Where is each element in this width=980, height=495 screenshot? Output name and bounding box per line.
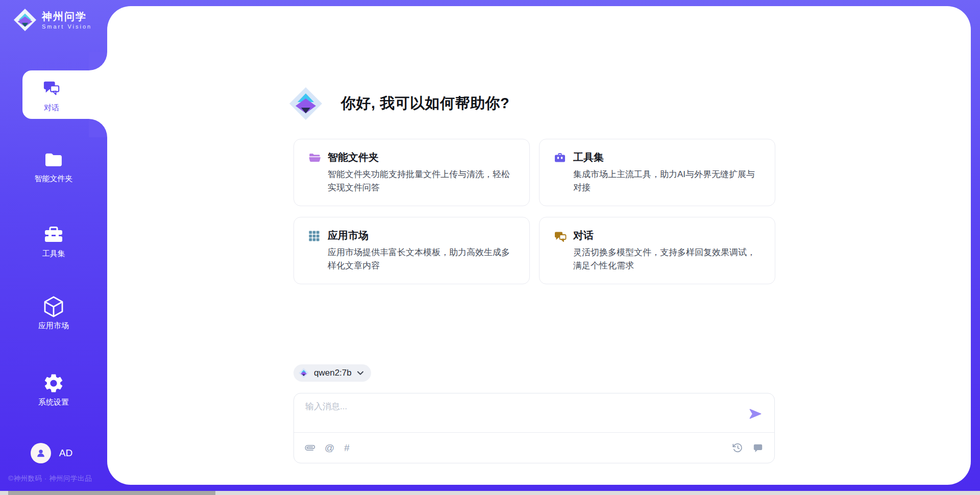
card-description: 集成市场上主流工具，助力AI与外界无缝扩展与对接 <box>573 168 763 195</box>
chat-bubble-icon[interactable] <box>753 443 763 453</box>
brand-diamond-icon <box>13 8 37 32</box>
at-icon[interactable]: @ <box>325 443 334 453</box>
folder-icon <box>43 148 64 171</box>
sidebar-item-chat[interactable]: 对话 <box>22 70 107 119</box>
tab-inverted-corner-bottom <box>89 119 107 137</box>
card-smart-folders[interactable]: 智能文件夹 智能文件夹功能支持批量文件上传与清洗，轻松实现文件问答 <box>293 139 530 206</box>
sidebar-item-label: 应用市场 <box>38 321 69 331</box>
composer-toolbar: @ # <box>294 432 774 463</box>
logo-diamond-icon <box>299 368 309 378</box>
toolbox-icon <box>43 223 64 246</box>
model-name: qwen2:7b <box>314 368 352 378</box>
card-app-market[interactable]: 应用市场 应用市场提供丰富长文本模板，助力高效生成多样化文章内容 <box>293 217 530 284</box>
history-icon[interactable] <box>732 442 743 453</box>
sidebar-item-label: 智能文件夹 <box>35 174 73 184</box>
sidebar-item-label: 工具集 <box>42 249 65 259</box>
chat-bubbles-icon <box>554 230 567 244</box>
sidebar-item-label: 对话 <box>44 103 59 113</box>
sidebar-item-label: 系统设置 <box>38 398 69 407</box>
user-profile[interactable]: AD <box>0 443 103 463</box>
card-title: 对话 <box>573 229 594 242</box>
folder-open-icon <box>308 152 321 165</box>
message-input[interactable] <box>304 400 738 426</box>
sidebar-item-toolset[interactable]: 工具集 <box>2 223 105 259</box>
card-toolset[interactable]: 工具集 集成市场上主流工具，助力AI与外界无缝扩展与对接 <box>539 139 775 206</box>
card-description: 应用市场提供丰富长文本模板，助力高效生成多样化文章内容 <box>328 246 517 273</box>
card-description: 灵活切换多模型文件，支持多样回复效果调试，满足个性化需求 <box>573 246 763 273</box>
card-title: 工具集 <box>573 151 604 164</box>
gear-icon <box>42 372 65 395</box>
sidebar-footer: ©神州数码 · 神州问学出品 <box>8 474 92 483</box>
send-button[interactable] <box>748 407 763 422</box>
cube-icon <box>42 295 65 318</box>
chat-bubbles-icon <box>42 77 61 100</box>
logo-diamond-icon <box>289 87 323 120</box>
horizontal-scrollbar[interactable] <box>0 491 980 495</box>
briefcase-icon <box>554 152 566 165</box>
chevron-down-icon <box>357 370 364 376</box>
grid-icon <box>308 230 320 244</box>
sidebar-item-app-market[interactable]: 应用市场 <box>2 295 105 331</box>
greeting-title: 你好, 我可以如何帮助你? <box>341 93 509 114</box>
brand-subtitle: Smart Vision <box>42 23 92 30</box>
tab-inverted-corner-top <box>89 52 107 70</box>
person-icon <box>35 448 46 459</box>
brand-logo: 神州问学 Smart Vision <box>13 8 92 32</box>
greeting-row: 你好, 我可以如何帮助你? <box>289 87 509 120</box>
card-chat[interactable]: 对话 灵活切换多模型文件，支持多样回复效果调试，满足个性化需求 <box>539 217 775 284</box>
scrollbar-thumb[interactable] <box>8 491 215 495</box>
paperclip-icon[interactable] <box>305 443 315 453</box>
sidebar-item-settings[interactable]: 系统设置 <box>2 372 105 407</box>
card-description: 智能文件夹功能支持批量文件上传与清洗，轻松实现文件问答 <box>328 168 517 195</box>
hash-icon[interactable]: # <box>344 443 350 453</box>
avatar <box>31 443 51 463</box>
sidebar: 神州问学 Smart Vision 对话 智能文件夹 <box>0 0 107 495</box>
user-name: AD <box>59 448 72 459</box>
model-selector[interactable]: qwen2:7b <box>293 364 371 382</box>
main-panel: 你好, 我可以如何帮助你? 智能文件夹 智能文件夹功能支持批量文件上传与清洗，轻… <box>107 6 971 485</box>
sidebar-item-smart-folders[interactable]: 智能文件夹 <box>2 148 105 184</box>
card-title: 应用市场 <box>328 229 369 242</box>
send-icon <box>748 407 763 421</box>
card-title: 智能文件夹 <box>328 151 379 164</box>
message-composer: @ # <box>293 393 775 463</box>
brand-name: 神州问学 <box>42 11 92 22</box>
